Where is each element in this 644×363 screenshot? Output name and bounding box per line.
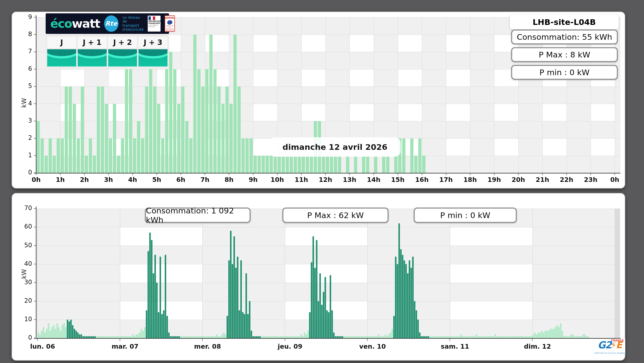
energy-dashboard: { "page": { "background": "#59595b", "ac… [0,0,644,363]
g2e-logo-text: G2 ⚡ E FRANCE [598,340,622,350]
ecowatt-signal-green-icon [78,49,107,66]
daily-pmax-stat-chip[interactable]: P Max : 8 kW [511,47,618,62]
ademe-badge: ADEME AGENCE DE LATRANSITIONÉCOLOGIQUE [165,15,175,32]
g2e-logo-france: FRANCE [611,339,624,342]
france-flag-icon [148,16,155,20]
day-tab-j1[interactable]: J + 1 [78,37,107,66]
ecowatt-logo: écowatt Rte Le réseau de transport d'éle… [46,13,169,34]
ecowatt-brand-eco: éco [50,17,72,31]
day-tab-j2-label: J + 2 [108,37,137,48]
ecowatt-signal-green-icon [138,49,167,66]
ecowatt-brand-watt: watt [72,17,100,31]
weekly-chart-panel: kW Consommation: 1 092 kWh P Max : 62 kW… [12,193,625,361]
g2e-france-logo: G2 ⚡ E FRANCE Optimisation des ressource… [595,339,625,355]
republique-francaise-badge: RÉPUBLIQUE FRANÇAISE Liberté Égalité Fra… [148,16,161,32]
daily-pmin-stat-chip[interactable]: P min : 0 kW [511,65,618,80]
ademe-badge-subtext: AGENCE DE LATRANSITIONÉCOLOGIQUE [165,25,174,31]
rte-tagline: Le réseau de transport d'électricité [123,16,144,32]
weekly-pmax-stat-chip[interactable]: P Max : 62 kW [282,208,389,223]
g2e-logo-tagline: Optimisation des ressources énergétiques [595,352,625,354]
weekly-pmin-stat-chip[interactable]: P min : 0 kW [414,208,517,223]
weekly-consumption-stat-chip[interactable]: Consommation: 1 092 kWh [145,208,251,223]
day-tab-j-label: J [47,37,76,48]
day-tab-j3[interactable]: J + 3 [138,37,167,66]
ecowatt-day-tabs: J J + 1 J + 2 J + 3 [46,35,169,68]
daily-consumption-stat-chip[interactable]: Consommation: 55 kWh [511,30,618,44]
ecowatt-signal-green-icon [47,49,76,66]
ademe-badge-text: ADEME [165,17,174,19]
day-tab-j[interactable]: J [47,37,76,66]
daily-chart-panel: kW écowatt Rte Le réseau de transport d'… [12,12,625,189]
gov-badge-motto: Liberté Égalité Fraternité [148,24,160,27]
g2e-logo-g2: G2 [598,340,611,350]
selected-date-label: dimanche 12 avril 2026 [269,137,401,157]
day-tab-j3-label: J + 3 [138,37,167,48]
weekly-y-axis-unit-label: kW [21,269,28,279]
ecowatt-signal-green-icon [108,49,137,66]
site-name-label: LHB-site-L04B [510,15,619,29]
ademe-globe-icon [167,20,172,25]
daily-y-axis-unit-label: kW [21,98,28,108]
day-tab-j1-label: J + 1 [78,37,107,48]
day-tab-j2[interactable]: J + 2 [108,37,137,66]
gov-badge-text: RÉPUBLIQUE FRANÇAISE [148,21,161,24]
rte-icon: Rte [104,15,118,32]
ecowatt-brand: écowatt [50,17,100,31]
